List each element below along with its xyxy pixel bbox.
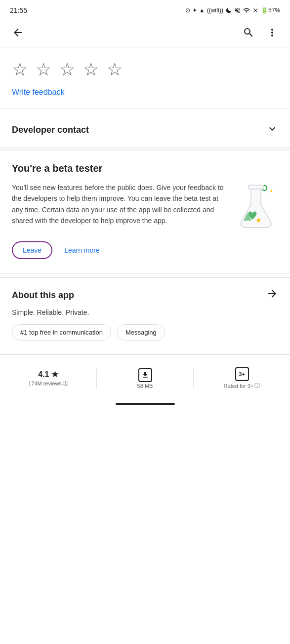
write-feedback-link[interactable]: Write feedback [12, 88, 278, 101]
rating-value: 4.1 ★ [38, 370, 58, 379]
about-header: About this app [12, 288, 278, 303]
age-label: Rated for 3+ ⓘ [224, 382, 260, 389]
bottom-stats-bar: 4.1 ★ 174M reviews ⓘ 58 MB 3+ Rated for … [0, 359, 290, 393]
home-indicator-area [0, 393, 290, 409]
status-icons: ⊙ ✦ ▲ ((wifi)) 🔋57% [185, 7, 280, 14]
divider-3 [0, 354, 290, 355]
learn-more-link[interactable]: Learn more [64, 246, 100, 254]
chevron-down-icon [266, 123, 278, 137]
beta-content: You'll see new features before the publi… [12, 182, 278, 231]
divider-1 [0, 109, 290, 109]
size-stat: 58 MB [97, 368, 193, 389]
about-section: About this app Simple. Reliable. Private… [0, 277, 290, 350]
nav-right-icons [239, 23, 282, 42]
rating-section: ☆ ☆ ☆ ☆ ☆ Write feedback [0, 47, 290, 105]
arrow-right-icon[interactable] [266, 288, 278, 303]
beta-actions: Leave Learn more [12, 241, 278, 259]
developer-contact-section[interactable]: Developer contact [0, 113, 290, 147]
age-value: Rated for 3+ [224, 383, 254, 389]
reviews-count: 174M reviews [28, 380, 62, 386]
rating-info-icon[interactable]: ⓘ [63, 380, 68, 387]
age-icon-box: 3+ [235, 367, 249, 381]
wifi-icon2: ((wifi)) [207, 7, 223, 14]
age-info-icon[interactable]: ⓘ [254, 382, 260, 389]
leave-beta-button[interactable]: Leave [12, 241, 52, 259]
beta-tester-section: You're a beta tester You'll see new feat… [0, 151, 290, 269]
star-1[interactable]: ☆ [12, 59, 28, 80]
tags-row: #1 top free in communication Messaging [12, 324, 278, 341]
download-icon [138, 368, 152, 382]
size-icon-box [138, 368, 152, 382]
flask-illustration: ✦ + ★ [234, 182, 278, 231]
home-indicator [116, 403, 175, 405]
status-bar: 21:55 ⊙ ✦ ▲ ((wifi)) 🔋57% [0, 0, 290, 20]
star-3[interactable]: ☆ [59, 59, 75, 80]
rating-number: 4.1 ★ [38, 370, 58, 379]
age-stat: 3+ Rated for 3+ ⓘ [194, 367, 290, 389]
developer-contact-title: Developer contact [12, 125, 89, 135]
beta-tester-title: You're a beta tester [12, 163, 278, 174]
divider-2 [0, 273, 290, 273]
age-rating-icon: 3+ [235, 367, 249, 381]
nav-bar [0, 20, 290, 47]
wifi-signal-icon [243, 7, 250, 14]
whatsapp-status-icon: ⊙ [185, 7, 190, 14]
rating-stat: 4.1 ★ 174M reviews ⓘ [0, 370, 96, 387]
moon-icon [225, 7, 232, 14]
size-label: 58 MB [137, 383, 153, 389]
about-title: About this app [12, 290, 74, 301]
wifi-icon: ✦ [192, 7, 197, 14]
star-2[interactable]: ☆ [36, 59, 51, 80]
mute-icon [234, 7, 241, 14]
close-icon [252, 7, 259, 14]
svg-rect-3 [249, 185, 263, 189]
about-description: Simple. Reliable. Private. [12, 308, 278, 316]
size-value: 58 MB [137, 383, 153, 389]
status-time: 21:55 [10, 6, 27, 14]
thick-divider [0, 147, 290, 151]
back-button[interactable] [8, 23, 28, 42]
battery-icon: 🔋57% [261, 7, 280, 14]
stars-row: ☆ ☆ ☆ ☆ ☆ [12, 59, 278, 80]
beta-description: You'll see new features before the publi… [12, 182, 226, 227]
rating-label: 174M reviews ⓘ [28, 380, 68, 387]
signal-icon: ▲ [199, 7, 205, 14]
tag-chip-1[interactable]: #1 top free in communication [12, 324, 111, 341]
search-button[interactable] [239, 23, 258, 42]
star-4[interactable]: ☆ [83, 59, 99, 80]
svg-text:✦: ✦ [269, 189, 273, 194]
star-5[interactable]: ☆ [107, 59, 123, 80]
tag-chip-2[interactable]: Messaging [117, 324, 165, 341]
more-options-button[interactable] [262, 23, 282, 42]
svg-text:★: ★ [255, 216, 262, 224]
